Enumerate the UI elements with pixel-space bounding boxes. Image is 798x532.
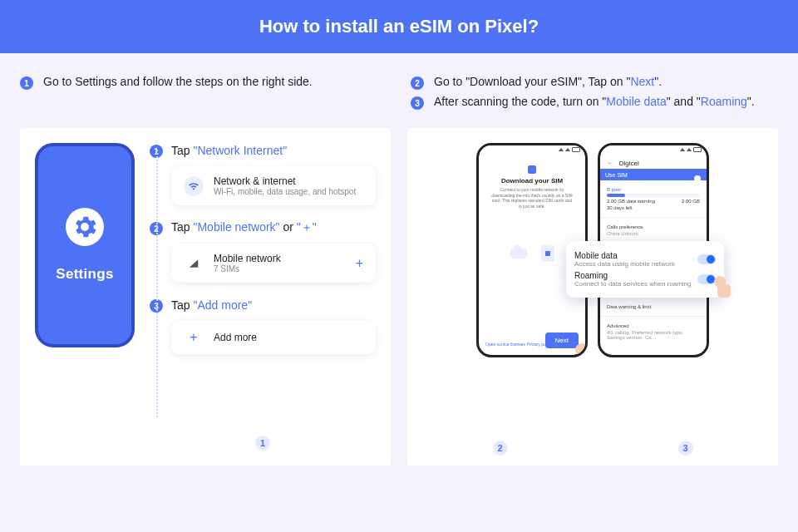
sim-icon <box>541 245 554 262</box>
intro-right-line-1: Go to "Download your eSIM", Tap on "Next… <box>434 75 662 88</box>
phone-settings-label: Settings <box>56 266 113 283</box>
gear-icon <box>66 208 104 246</box>
link-next: Next <box>630 75 654 88</box>
panel-footer-badge-1: 1 <box>255 436 270 451</box>
link-mobile-data: Mobile data <box>606 95 666 108</box>
phone-mock-settings: Settings <box>35 143 135 347</box>
plus-icon[interactable]: + <box>356 256 363 271</box>
wifi-icon <box>184 176 204 196</box>
panel-footer-badge-2: 2 <box>493 441 508 456</box>
overlay-mobile-data-sub: Access data using mobile network <box>574 260 675 268</box>
step-badge-2: 2 <box>411 76 424 90</box>
intro-right-line-2: After scanning the code, turn on "Mobile… <box>434 95 755 108</box>
status-bar <box>600 145 707 154</box>
pointer-hand-icon <box>572 343 588 357</box>
instruction-row: 1 Go to Settings and follow the steps on… <box>0 53 798 121</box>
plus-icon: + <box>184 330 204 345</box>
link-roaming: Roaming <box>701 95 747 108</box>
signal-icon <box>184 254 204 273</box>
settings-substeps: 1 Tap "Network Internet" Network & inter… <box>150 143 376 451</box>
card-network-internet[interactable]: Network & internet Wi-Fi, mobile, data u… <box>171 166 376 205</box>
overlay-mobile-data-title: Mobile data <box>574 251 675 260</box>
legal-links[interactable]: Open source licenses Privacy polic <box>485 342 550 347</box>
pointer-hand-icon <box>714 276 737 301</box>
intro-right: 2 Go to "Download your eSIM", Tap on "Ne… <box>411 70 778 115</box>
card-add-more[interactable]: + Add more <box>171 321 376 354</box>
overlay-toggles: Mobile data Access data using mobile net… <box>566 241 724 298</box>
intro-left: 1 Go to Settings and follow the steps on… <box>20 70 387 115</box>
step-badge-3: 3 <box>411 96 424 110</box>
panel-esim-screens: Download your SIM Connect to your mobile… <box>407 128 778 466</box>
page-header: How to install an eSIM on Pixel? <box>0 0 798 53</box>
cloud-icon <box>510 249 528 259</box>
page-title: How to install an eSIM on Pixel? <box>259 16 539 37</box>
download-sim-title: Download your SIM <box>485 177 579 185</box>
panel-footer-badge-3: 3 <box>678 441 693 456</box>
use-sim-row[interactable]: Use SIM <box>605 172 628 178</box>
overlay-roaming-sub: Connect to data services when roaming <box>574 280 692 288</box>
carrier-title: Digicel <box>619 160 639 167</box>
step-badge-1: 1 <box>20 76 33 90</box>
overlay-roaming-title: Roaming <box>574 271 692 280</box>
download-sim-sub: Connect to your mobile network by downlo… <box>485 187 579 209</box>
back-icon[interactable]: ← <box>607 159 614 167</box>
mobile-data-toggle[interactable] <box>697 254 716 264</box>
panel-settings-steps: Settings 1 Tap "Network Internet" Networ… <box>20 128 391 466</box>
status-bar <box>479 145 585 154</box>
lock-icon <box>528 165 536 174</box>
intro-left-text: Go to Settings and follow the steps on t… <box>43 75 313 88</box>
card-mobile-network[interactable]: Mobile network 7 SIMs + <box>171 244 376 283</box>
roaming-toggle[interactable] <box>697 274 716 284</box>
